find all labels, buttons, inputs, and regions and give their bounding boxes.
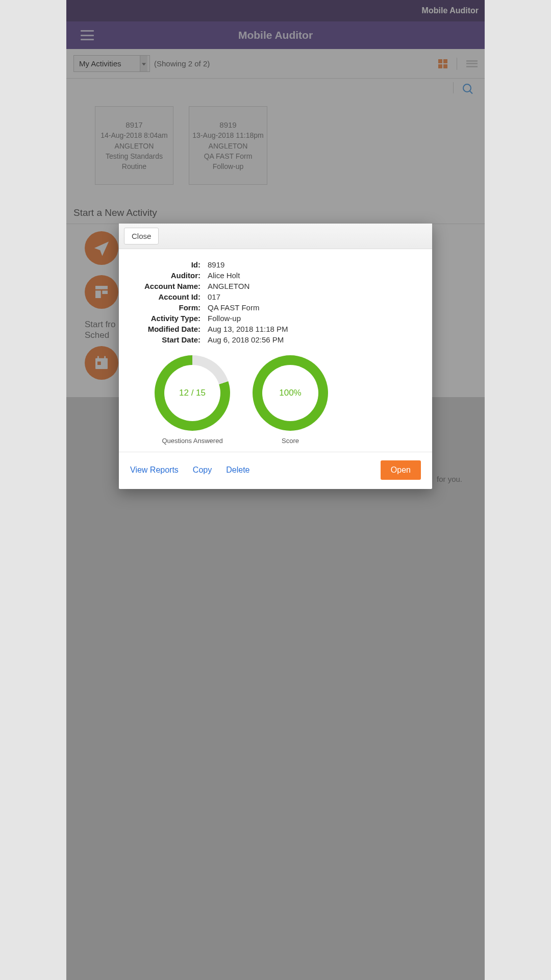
field-label: Account Name:: [132, 282, 208, 290]
field-value: Aug 13, 2018 11:18 PM: [208, 325, 288, 333]
field-label: Id:: [132, 260, 208, 269]
field-value: 017: [208, 292, 220, 301]
field-value: Alice Holt: [208, 271, 240, 280]
field-value: QA FAST Form: [208, 303, 259, 312]
score-donut: 100% Score: [253, 355, 328, 445]
field-value: Aug 6, 2018 02:56 PM: [208, 335, 284, 344]
field-label: Auditor:: [132, 271, 208, 280]
field-label: Start Date:: [132, 335, 208, 344]
field-label: Form:: [132, 303, 208, 312]
modal-header: Close: [119, 224, 432, 249]
donut-label: Questions Answered: [162, 437, 222, 445]
field-label: Account Id:: [132, 292, 208, 301]
field-label: Modified Date:: [132, 325, 208, 333]
view-reports-link[interactable]: View Reports: [130, 465, 179, 475]
donut-label: Score: [282, 437, 299, 445]
open-button[interactable]: Open: [381, 460, 421, 480]
donut-value: 12 / 15: [164, 365, 220, 421]
copy-link[interactable]: Copy: [193, 465, 212, 475]
field-value: Follow-up: [208, 314, 241, 323]
delete-link[interactable]: Delete: [226, 465, 249, 475]
donut-value: 100%: [262, 365, 318, 421]
questions-donut: 12 / 15 Questions Answered: [155, 355, 230, 445]
scheduled-suffix: for you.: [437, 475, 462, 483]
field-label: Activity Type:: [132, 314, 208, 323]
close-button[interactable]: Close: [124, 228, 159, 244]
field-value: 8919: [208, 260, 224, 269]
modal-overlay[interactable]: for you. Close Id:8919 Auditor:Alice Hol…: [66, 0, 485, 980]
activity-detail-modal: Close Id:8919 Auditor:Alice Holt Account…: [119, 224, 432, 489]
field-value: ANGLETON: [208, 282, 249, 290]
